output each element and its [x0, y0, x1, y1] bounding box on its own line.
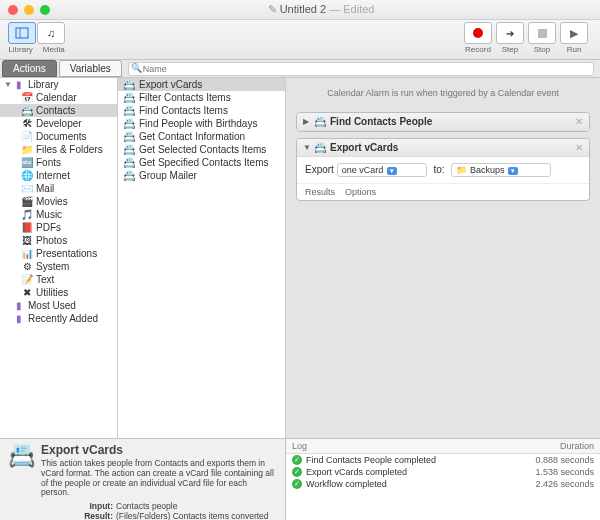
category-icon: ⚙	[20, 261, 34, 272]
tab-variables[interactable]: Variables	[59, 60, 122, 77]
play-icon: ▶	[570, 27, 578, 40]
tree-most-used[interactable]: ▮ Most Used	[0, 299, 117, 312]
actions-list[interactable]: 📇Export vCards📇Filter Contacts Items📇Fin…	[118, 78, 286, 438]
category-icon: 📇	[20, 105, 34, 116]
action-item[interactable]: 📇Get Selected Contacts Items	[118, 143, 285, 156]
stop-button[interactable]	[528, 22, 556, 44]
disclosure-icon[interactable]: ▼	[303, 143, 313, 152]
tree-item[interactable]: 🔤Fonts	[0, 156, 117, 169]
tree-item[interactable]: 🖼Photos	[0, 234, 117, 247]
tree-item[interactable]: 🎵Music	[0, 208, 117, 221]
step-icon: ➔	[506, 28, 514, 39]
tree-item[interactable]: 🛠Developer	[0, 117, 117, 130]
contacts-icon: 📇	[122, 92, 136, 103]
window-title: ✎ Untitled 2 — Edited	[50, 3, 592, 16]
record-button[interactable]	[464, 22, 492, 44]
titlebar: ✎ Untitled 2 — Edited	[0, 0, 600, 20]
check-icon: ✓	[292, 467, 302, 477]
category-icon: 🌐	[20, 170, 34, 181]
category-icon: 📄	[20, 131, 34, 142]
tree-recently-added[interactable]: ▮ Recently Added	[0, 312, 117, 325]
category-icon: 📝	[20, 274, 34, 285]
action-item[interactable]: 📇Find Contacts Items	[118, 104, 285, 117]
action-item[interactable]: 📇Filter Contacts Items	[118, 91, 285, 104]
contacts-icon: 📇	[122, 170, 136, 181]
action-item[interactable]: 📇Get Contact Information	[118, 130, 285, 143]
action-item[interactable]: 📇Export vCards	[118, 78, 285, 91]
workflow-canvas[interactable]: Calendar Alarm is run when triggered by …	[286, 78, 600, 438]
tab-actions[interactable]: Actions	[2, 60, 57, 77]
contacts-icon: 📇	[122, 157, 136, 168]
contacts-icon: 📇	[313, 142, 327, 153]
tree-root-library[interactable]: ▼ ▮ Library	[0, 78, 117, 91]
step-button[interactable]: ➔	[496, 22, 524, 44]
action-info-panel: 📇 Export vCards This action takes people…	[0, 439, 286, 520]
tree-item[interactable]: 🎬Movies	[0, 195, 117, 208]
log-row: ✓Export vCards completed1.538 seconds	[286, 466, 600, 478]
media-toggle[interactable]: ♫	[37, 22, 65, 44]
window-minimize-button[interactable]	[24, 5, 34, 15]
tree-item[interactable]: 📄Documents	[0, 130, 117, 143]
window-close-button[interactable]	[8, 5, 18, 15]
action-item[interactable]: 📇Group Mailer	[118, 169, 285, 182]
category-icon: 📊	[20, 248, 34, 259]
remove-step-icon[interactable]: ✕	[575, 142, 583, 153]
folder-icon: 📁	[456, 165, 467, 175]
category-icon: 📁	[20, 144, 34, 155]
category-icon: 🎵	[20, 209, 34, 220]
contacts-icon: 📇	[122, 131, 136, 142]
tree-item[interactable]: 📕PDFs	[0, 221, 117, 234]
library-toggle[interactable]	[8, 22, 36, 44]
tree-item[interactable]: 📁Files & Folders	[0, 143, 117, 156]
to-label: to:	[433, 164, 444, 175]
record-icon	[473, 28, 483, 38]
results-tab[interactable]: Results	[305, 187, 335, 197]
search-icon: 🔍	[131, 63, 142, 73]
contacts-icon: 📇	[122, 105, 136, 116]
check-icon: ✓	[292, 479, 302, 489]
run-button[interactable]: ▶	[560, 22, 588, 44]
stop-icon	[538, 29, 547, 38]
remove-step-icon[interactable]: ✕	[575, 116, 583, 127]
contacts-icon: 📇	[122, 118, 136, 129]
library-tree[interactable]: ▼ ▮ Library 📅Calendar📇Contacts🛠Developer…	[0, 78, 118, 438]
info-description: This action takes people from Contacts a…	[41, 459, 277, 498]
export-label: Export	[305, 164, 334, 175]
disclosure-icon: ▼	[4, 80, 12, 89]
contacts-icon: 📇	[122, 144, 136, 155]
toolbar: ♫ LibraryMedia Record ➔Step Stop ▶Run	[0, 20, 600, 60]
chevron-down-icon: ▾	[387, 167, 397, 175]
tree-item[interactable]: 📝Text	[0, 273, 117, 286]
workflow-step-find-contacts[interactable]: ▶ 📇 Find Contacts People ✕	[296, 112, 590, 132]
log-header-msg: Log	[292, 441, 560, 451]
tree-item[interactable]: 🌐Internet	[0, 169, 117, 182]
category-icon: 📕	[20, 222, 34, 233]
chevron-down-icon: ▾	[508, 167, 518, 175]
canvas-hint: Calendar Alarm is run when triggered by …	[286, 78, 600, 112]
library-icon: ▮	[12, 79, 26, 90]
tree-item[interactable]: ⚙System	[0, 260, 117, 273]
disclosure-icon[interactable]: ▶	[303, 117, 313, 126]
workflow-step-export-vcards[interactable]: ▼ 📇 Export vCards ✕ Export one vCard▾ to…	[296, 138, 590, 201]
log-header-duration: Duration	[560, 441, 594, 451]
action-item[interactable]: 📇Find People with Birthdays	[118, 117, 285, 130]
info-title: Export vCards	[41, 443, 277, 457]
category-icon: 🔤	[20, 157, 34, 168]
category-icon: ✖	[20, 287, 34, 298]
category-icon: ✉️	[20, 183, 34, 194]
export-mode-select[interactable]: one vCard▾	[337, 163, 427, 177]
contacts-icon: 📇	[122, 79, 136, 90]
window-zoom-button[interactable]	[40, 5, 50, 15]
destination-select[interactable]: 📁 Backups▾	[451, 163, 551, 177]
tree-item[interactable]: 📊Presentations	[0, 247, 117, 260]
search-input[interactable]	[128, 62, 594, 76]
tree-item[interactable]: ✉️Mail	[0, 182, 117, 195]
action-item[interactable]: 📇Get Specified Contacts Items	[118, 156, 285, 169]
options-tab[interactable]: Options	[345, 187, 376, 197]
tree-item[interactable]: ✖Utilities	[0, 286, 117, 299]
tree-item[interactable]: 📅Calendar	[0, 91, 117, 104]
tree-item[interactable]: 📇Contacts	[0, 104, 117, 117]
category-icon: 🎬	[20, 196, 34, 207]
log-row: ✓Find Contacts People completed0.888 sec…	[286, 454, 600, 466]
folder-icon: ▮	[12, 313, 26, 324]
